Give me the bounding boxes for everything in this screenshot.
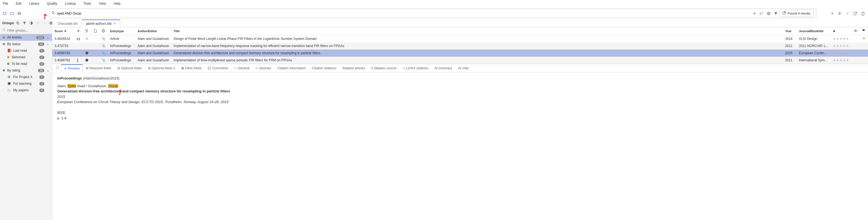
- menu-help[interactable]: Help: [114, 2, 121, 5]
- open-folder-icon[interactable]: [10, 11, 14, 16]
- sidebar-item-for-project-x[interactable]: ❂For Project X1: [0, 74, 52, 80]
- chevron-down-icon[interactable]: ⌄: [46, 68, 49, 72]
- arrow-down-icon[interactable]: ↓: [42, 21, 46, 25]
- cell-rank[interactable]: ★★★★★: [831, 57, 851, 64]
- regex-icon[interactable]: R: [759, 11, 764, 16]
- cell-score: 3.470733: [52, 42, 74, 50]
- cell-read[interactable]: [851, 42, 860, 50]
- collapse-preview-icon[interactable]: [54, 65, 61, 71]
- menu-library[interactable]: Library: [29, 2, 39, 5]
- new-article-icon[interactable]: [853, 11, 858, 16]
- col-url-icon[interactable]: [99, 27, 108, 35]
- preview-tab-comments[interactable]: 💬Comments: [205, 64, 231, 72]
- col-title[interactable]: Title: [172, 27, 783, 35]
- cell-flag[interactable]: [860, 50, 868, 57]
- filter-groups-input[interactable]: [7, 29, 50, 32]
- cell-file: [91, 35, 99, 43]
- cell-rank[interactable]: ★★★★★: [831, 42, 851, 50]
- web-search-icon[interactable]: [767, 11, 771, 16]
- sidebar-item-for-teaching[interactable]: 🎓For teaching3: [0, 80, 52, 87]
- preview-tab-other-fields[interactable]: ▦Other fields: [178, 64, 205, 72]
- cell-special: [83, 42, 91, 50]
- save-icon[interactable]: [17, 11, 22, 16]
- chevron-down-icon[interactable]: ⌄: [46, 42, 49, 46]
- col-file-icon[interactable]: [91, 27, 99, 35]
- new-entry-dropdown-icon[interactable]: [838, 11, 842, 16]
- table-row[interactable]: 3.4598763🎓📎InProceedingsAlam and Gustafs…: [52, 50, 868, 57]
- menu-view[interactable]: View: [99, 2, 106, 5]
- col-read-icon[interactable]: [851, 27, 860, 35]
- sidebar-item-all-entries[interactable]: All entries212⌄: [0, 34, 52, 41]
- preview-tab-required-fields[interactable]: ▤Required fields: [83, 64, 115, 72]
- delete-icon[interactable]: [861, 11, 865, 16]
- preview-tab-preview[interactable]: 👁Preview: [61, 64, 83, 72]
- preview-tab-citation-relations[interactable]: Citation relations: [309, 64, 339, 72]
- preview-tab-general[interactable]: ▭General: [231, 64, 253, 72]
- contrast-icon[interactable]: [29, 21, 33, 25]
- add-icon[interactable]: +: [830, 11, 834, 16]
- preview-tab-ai-chat[interactable]: AI chat: [455, 64, 471, 72]
- preview-tab-abstract[interactable]: ▭Abstract: [253, 64, 274, 72]
- preview-tab-latex-citations[interactable]: ▭LaTeX citations: [400, 64, 431, 72]
- sidebar-item-by-rating[interactable]: By rating36⌄: [0, 67, 52, 74]
- cell-rank[interactable]: ★★★★★: [831, 35, 851, 43]
- col-entrytype[interactable]: Entrytype: [108, 27, 135, 35]
- new-library-icon[interactable]: [3, 11, 7, 16]
- col-year[interactable]: Year: [783, 27, 797, 35]
- filter-icon[interactable]: [774, 11, 778, 16]
- preview-tab-related-articles[interactable]: Related articles: [340, 64, 368, 72]
- col-author[interactable]: Author/Editor: [135, 27, 172, 35]
- check-icon[interactable]: ✓: [845, 11, 850, 16]
- menu-quality[interactable]: Quality: [47, 2, 57, 5]
- tab-icon: 👁: [64, 67, 67, 70]
- arrow-up-icon[interactable]: ↑: [35, 21, 40, 25]
- preview-tab-citation-information[interactable]: Citation information: [274, 64, 309, 72]
- preview-tab-ai-summary[interactable]: AI summary: [431, 64, 455, 72]
- sidebar-item-skimmed[interactable]: Skimmed2: [0, 54, 52, 61]
- close-tab-icon[interactable]: ✕: [113, 22, 116, 26]
- group-count: 8: [39, 89, 44, 92]
- table-row[interactable]: 3.470733📎InProceedingsAlam and Gustafsso…: [52, 42, 868, 50]
- table-row[interactable]: 3.4598763▎🎓📎InProceedingsAlam and Gustaf…: [52, 57, 868, 64]
- preview-tab-optional-fields-2[interactable]: ▥Optional fields 2: [145, 64, 178, 72]
- funnel-icon[interactable]: [22, 21, 27, 25]
- table-row[interactable]: 3.4926524▮▮👁📎ArticleAlam and GustafssonD…: [52, 35, 868, 43]
- sidebar-item-my-papers[interactable]: 🗀My papers8: [0, 87, 52, 94]
- tab-icon: ▭: [234, 67, 237, 70]
- col-journal[interactable]: Journal/Booktitle: [797, 27, 831, 35]
- bullet-icon: [7, 63, 9, 65]
- cell-read[interactable]: [851, 57, 860, 64]
- col-rank-icon[interactable]: ★: [831, 27, 851, 35]
- cell-entrytype: InProceedings: [108, 57, 135, 64]
- clear-search-icon[interactable]: ✕: [752, 11, 756, 16]
- menu-edit[interactable]: Edit: [16, 2, 22, 5]
- menu-lookup[interactable]: Lookup: [65, 2, 76, 5]
- tab-Chocolate-bib[interactable]: Chocolate.bib: [53, 20, 82, 27]
- menu-tools[interactable]: Tools: [83, 2, 91, 5]
- sidebar-item-by-status[interactable]: By status13⌄: [0, 41, 52, 47]
- cell-read[interactable]: [851, 35, 860, 43]
- cell-flag[interactable]: [860, 42, 868, 50]
- cell-year: 2015: [783, 50, 797, 57]
- group-label: By status: [7, 42, 36, 46]
- cell-flag[interactable]: [860, 57, 868, 64]
- sidebar-item-to-be-read[interactable]: To be read9: [0, 61, 52, 67]
- col-linked-icon[interactable]: [74, 27, 83, 35]
- chevron-down-icon[interactable]: ⌄: [46, 35, 49, 39]
- preview-venue: European Conference on Circuit Theory an…: [57, 99, 863, 105]
- col-special-icon[interactable]: [83, 27, 91, 35]
- open-external-icon[interactable]: [782, 11, 786, 16]
- tab-jabref-authors-bib[interactable]: jabref-authors.bib✕: [82, 20, 120, 27]
- intersect-icon[interactable]: [16, 21, 20, 25]
- preview-tab-biblatex-source[interactable]: {}biblatex source: [368, 64, 399, 72]
- menu-file[interactable]: File: [3, 2, 8, 5]
- cell-read[interactable]: [851, 50, 860, 57]
- col-score[interactable]: Score ▼: [52, 27, 74, 35]
- search-input[interactable]: [57, 11, 752, 15]
- col-flag-icon[interactable]: [860, 27, 868, 35]
- cell-rank[interactable]: ★★★★★: [831, 50, 851, 57]
- preview-tab-optional-fields[interactable]: ▥Optional fields: [115, 64, 145, 72]
- cell-flag[interactable]: ⚑: [860, 35, 868, 43]
- sidebar-item-last-read[interactable]: 📕Last read1: [0, 47, 52, 54]
- globe-icon: ❂: [7, 75, 11, 79]
